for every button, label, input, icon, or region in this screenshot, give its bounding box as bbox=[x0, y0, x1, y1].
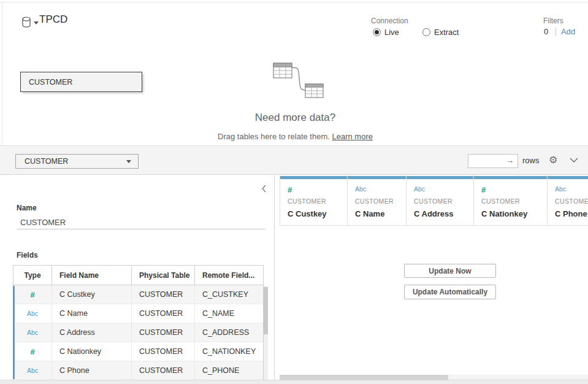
name-field[interactable]: CUSTOMER bbox=[17, 216, 265, 229]
column-table-name: CUSTOMER bbox=[355, 198, 394, 205]
remote-field-cell: C_NAME bbox=[195, 304, 263, 323]
live-radio-label[interactable]: Live bbox=[384, 28, 399, 37]
field-type-cell: # bbox=[13, 285, 52, 304]
column-field-name: C Nationkey bbox=[481, 209, 527, 218]
column-type-icon: Abc bbox=[355, 185, 366, 193]
column-field-name: C Custkey bbox=[288, 209, 327, 218]
filters-divider bbox=[556, 28, 556, 36]
grid-column-header[interactable]: Abc CUSTOMER C Address bbox=[407, 175, 474, 225]
fields-table-scrollbar[interactable] bbox=[264, 286, 268, 380]
remote-field-cell: C_NATIONKEY bbox=[195, 342, 263, 361]
settings-gear-icon[interactable]: ⚙ bbox=[549, 154, 557, 166]
bottom-status-strip bbox=[0, 380, 588, 384]
field-type-icon[interactable]: Abc bbox=[27, 367, 38, 374]
grid-header-border bbox=[280, 225, 588, 226]
fields-table-header: Type Field Name Physical Table Remote Fi… bbox=[13, 265, 264, 285]
grid-column-accent-bar bbox=[280, 176, 347, 179]
learn-more-link[interactable]: Learn more bbox=[332, 132, 372, 141]
empty-state-subtitle: Drag tables here to relate them. Learn m… bbox=[2, 132, 588, 141]
empty-state-title: Need more data? bbox=[2, 112, 588, 124]
grid-column-header[interactable]: # CUSTOMER C Nationkey bbox=[474, 175, 548, 225]
physical-table-cell: CUSTOMER bbox=[132, 285, 195, 304]
update-now-button[interactable]: Update Now bbox=[404, 264, 496, 278]
data-preview-panel: # CUSTOMER C Custkey Abc CUSTOMER C Name… bbox=[274, 175, 588, 380]
grid-collapse-chevron-icon[interactable] bbox=[570, 158, 578, 163]
name-label: Name bbox=[17, 204, 37, 212]
relate-tables-illustration bbox=[268, 60, 326, 100]
field-type-icon[interactable]: # bbox=[30, 290, 34, 299]
table-row[interactable]: Abc C Address CUSTOMER C_ADDRESS bbox=[13, 323, 263, 342]
table-row[interactable]: Abc C Phone CUSTOMER C_PHONE bbox=[13, 361, 263, 380]
relationship-canvas: CUSTOMER Need more data? Drag tables he bbox=[2, 58, 588, 145]
column-field-name: C Phone bbox=[555, 209, 587, 218]
canvas-table-label: CUSTOMER bbox=[21, 78, 72, 86]
column-type-icon: Abc bbox=[555, 185, 566, 193]
column-header-field-name[interactable]: Field Name bbox=[52, 266, 132, 285]
column-header-type[interactable]: Type bbox=[13, 266, 52, 285]
column-header-physical-table[interactable]: Physical Table bbox=[132, 266, 195, 285]
datasource-title[interactable]: TPCD bbox=[39, 13, 67, 26]
database-icon[interactable] bbox=[21, 17, 31, 28]
table-properties-panel: Name CUSTOMER Fields Type Field Name Phy… bbox=[0, 175, 274, 380]
database-menu-caret-icon[interactable] bbox=[34, 21, 39, 25]
fields-table-scrollbar-thumb[interactable] bbox=[264, 287, 268, 334]
fields-table: Type Field Name Physical Table Remote Fi… bbox=[13, 265, 268, 380]
field-type-icon[interactable]: Abc bbox=[27, 329, 38, 336]
field-type-cell: Abc bbox=[13, 361, 52, 380]
rows-input[interactable] bbox=[470, 155, 506, 169]
column-field-name: C Address bbox=[414, 209, 454, 218]
field-name-cell: C Address bbox=[52, 323, 132, 342]
live-radio[interactable] bbox=[373, 28, 381, 36]
grid-column-header[interactable]: Abc CUSTOMER C Phone bbox=[548, 175, 588, 225]
column-type-icon: # bbox=[481, 185, 486, 194]
rows-label: rows bbox=[522, 156, 539, 165]
fields-label: Fields bbox=[17, 251, 38, 259]
grid-column-accent-bar bbox=[348, 176, 406, 179]
filters-label: Filters bbox=[543, 17, 563, 25]
table-selector-value: CUSTOMER bbox=[16, 157, 126, 166]
fields-table-accent-bar bbox=[13, 286, 15, 379]
table-row[interactable]: # C Custkey CUSTOMER C_CUSTKEY bbox=[13, 285, 263, 304]
field-name-cell: C Phone bbox=[52, 361, 132, 380]
remote-field-cell: C_PHONE bbox=[195, 361, 263, 380]
extract-radio-label[interactable]: Extract bbox=[434, 28, 459, 37]
field-type-cell: # bbox=[13, 342, 52, 361]
column-field-name: C Name bbox=[355, 209, 384, 218]
physical-table-cell: CUSTOMER bbox=[132, 323, 195, 342]
field-name-cell: C Custkey bbox=[52, 285, 132, 304]
fields-table-body: # C Custkey CUSTOMER C_CUSTKEY Abc C Nam… bbox=[13, 285, 264, 380]
physical-table-cell: CUSTOMER bbox=[132, 361, 195, 380]
field-type-icon[interactable]: # bbox=[30, 347, 34, 356]
grid-column-accent-bar bbox=[407, 176, 473, 179]
table-details-toolbar: CUSTOMER → rows ⚙ bbox=[0, 145, 588, 175]
update-automatically-button[interactable]: Update Automatically bbox=[404, 285, 496, 299]
filters-count: 0 bbox=[544, 27, 548, 36]
column-table-name: CUSTOMER bbox=[481, 198, 520, 205]
field-name-cell: C Name bbox=[52, 304, 132, 323]
table-selector-dropdown[interactable]: CUSTOMER bbox=[15, 154, 139, 169]
data-grid-headers: # CUSTOMER C Custkey Abc CUSTOMER C Name… bbox=[280, 175, 588, 225]
empty-state-subtitle-text: Drag tables here to relate them. bbox=[218, 132, 330, 141]
table-row[interactable]: Abc C Name CUSTOMER C_NAME bbox=[13, 304, 263, 323]
table-row[interactable]: # C Nationkey CUSTOMER C_NATIONKEY bbox=[13, 342, 263, 361]
rows-input-box: → bbox=[468, 154, 518, 168]
grid-column-header[interactable]: Abc CUSTOMER C Name bbox=[348, 175, 407, 225]
physical-table-cell: CUSTOMER bbox=[132, 304, 195, 323]
grid-column-header[interactable]: # CUSTOMER C Custkey bbox=[280, 175, 348, 225]
datasource-header: TPCD Connection Live Extract Filters 0 A… bbox=[2, 2, 588, 58]
extract-radio[interactable] bbox=[422, 28, 430, 36]
grid-column-accent-bar bbox=[548, 176, 588, 179]
column-header-remote-field[interactable]: Remote Field... bbox=[195, 266, 263, 285]
physical-table-cell: CUSTOMER bbox=[132, 342, 195, 361]
field-type-icon[interactable]: Abc bbox=[27, 310, 38, 317]
remote-field-cell: C_CUSTKEY bbox=[195, 285, 263, 304]
grid-column-accent-bar bbox=[474, 176, 547, 179]
add-filter-link[interactable]: Add bbox=[561, 27, 575, 36]
right-arrow-icon: → bbox=[506, 156, 514, 165]
chevron-left-icon[interactable] bbox=[261, 185, 266, 193]
field-name-cell: C Nationkey bbox=[52, 342, 132, 361]
column-type-icon: Abc bbox=[414, 185, 425, 193]
canvas-table-customer[interactable]: CUSTOMER bbox=[20, 72, 142, 92]
chevron-down-icon bbox=[126, 160, 131, 163]
tableau-datasource-page: TPCD Connection Live Extract Filters 0 A… bbox=[0, 0, 588, 384]
